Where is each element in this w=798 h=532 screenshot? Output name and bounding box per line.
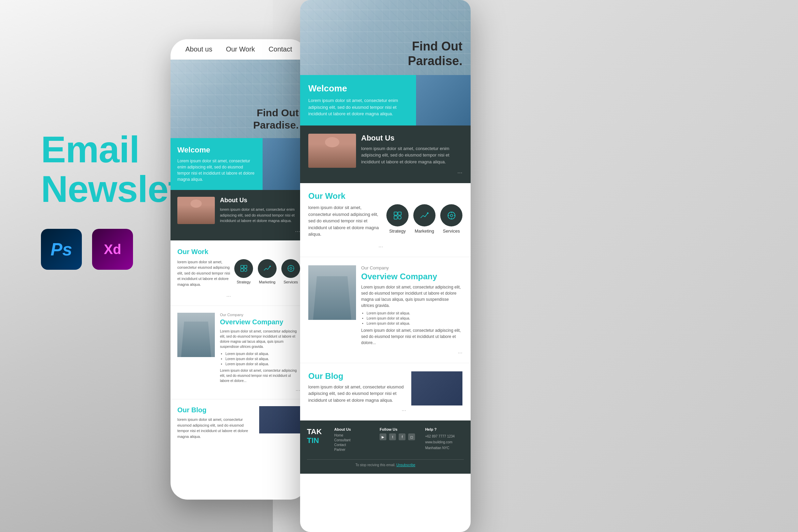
work-icons: Strategy Marketing bbox=[234, 259, 300, 284]
footer-col-social: Follow Us ▶ t f ◻ bbox=[380, 427, 418, 453]
about-title: About Us bbox=[220, 197, 300, 204]
svg-rect-12 bbox=[398, 212, 401, 215]
nav-ourwork[interactable]: Our Work bbox=[226, 45, 255, 53]
svg-point-6 bbox=[290, 267, 292, 269]
company-list-item: Lorem ipsum dolor sit aliqua. bbox=[225, 352, 300, 356]
svg-point-4 bbox=[269, 266, 271, 267]
hero-section-2: Find OutParadise. bbox=[300, 0, 471, 75]
about-text: About Us lorem ipsum dolor sit amet, con… bbox=[220, 197, 300, 234]
photoshop-icon: Ps bbox=[41, 229, 82, 270]
work-icon-marketing: Marketing bbox=[258, 259, 277, 284]
our-work-section-1: Our Work lorem ipsum dolor sit amet, con… bbox=[171, 240, 307, 306]
phone-mockup-1: About us Our Work Contact Find OutParadi… bbox=[171, 39, 307, 500]
svg-point-15 bbox=[427, 212, 429, 214]
our-work-body-2: lorem ipsum dolor sit amet, consectetur … bbox=[308, 204, 383, 238]
company-list-item-2: Lorem ipsum dolor sit aliqua. bbox=[367, 322, 462, 325]
our-work-title-2: Our Work bbox=[308, 191, 462, 201]
about-title-2: About Us bbox=[361, 134, 462, 143]
youtube-icon[interactable]: ▶ bbox=[380, 433, 386, 440]
blog-body: lorem ipsum dolor sit amet, consectetur … bbox=[177, 417, 254, 439]
blog-title: Our Blog bbox=[177, 406, 254, 414]
company-list-item-2: Lorem ipsum dolor sit aliqua. bbox=[367, 311, 462, 315]
blog-text-2: Our Blog lorem ipsum dolor sit amet, con… bbox=[308, 371, 406, 413]
svg-rect-13 bbox=[394, 216, 397, 219]
company-list-item: Lorem ipsum dolor sit aliqua. bbox=[225, 357, 300, 361]
twitter-icon[interactable]: t bbox=[389, 433, 396, 440]
welcome-title: Welcome bbox=[177, 146, 256, 154]
welcome-title-2: Welcome bbox=[308, 83, 408, 94]
work-icons-2: Strategy Marketing bbox=[386, 204, 462, 234]
welcome-body-2: Lorem ipsum dolor sit amet, consectetur … bbox=[308, 97, 408, 117]
welcome-section-1: Welcome Lorem ipsum dolor sit amet, cons… bbox=[171, 138, 307, 190]
work-icon-services: Services bbox=[281, 259, 300, 284]
blog-image-2 bbox=[411, 371, 462, 405]
company-body2-2: Lorem ipsum dolor sit amet, consectetur … bbox=[361, 327, 462, 346]
company-label: Our Company bbox=[220, 313, 300, 317]
about-dots: ... bbox=[220, 226, 300, 234]
about-image-2 bbox=[308, 134, 356, 168]
our-work-title: Our Work bbox=[177, 248, 300, 256]
our-work-body: lorem ipsum dolor sit amet, consectetur … bbox=[177, 259, 231, 287]
facebook-icon[interactable]: f bbox=[399, 433, 405, 440]
blog-text: Our Blog lorem ipsum dolor sit amet, con… bbox=[177, 406, 254, 439]
unsubscribe-link[interactable]: Unsubscribe bbox=[396, 463, 415, 467]
company-label-2: Our Company bbox=[361, 265, 462, 270]
our-work-dots: ... bbox=[177, 292, 231, 298]
svg-rect-11 bbox=[394, 212, 397, 215]
blog-image bbox=[259, 406, 300, 433]
company-image-2 bbox=[308, 265, 356, 320]
svg-rect-2 bbox=[241, 269, 243, 271]
xd-icon: Xd bbox=[92, 229, 133, 270]
company-body-2: Lorem ipsum dolor sit amet, consectetur … bbox=[361, 284, 462, 309]
nav-contact[interactable]: Contact bbox=[269, 45, 292, 53]
company-title: Overview Company bbox=[220, 318, 300, 326]
company-text-2: Our Company Overview Company Lorem ipsum… bbox=[361, 265, 462, 355]
footer-col-help: Help ? +62 897 7777 1234www.building.com… bbox=[425, 427, 464, 453]
footer-col-about: About Us Home Consultant Contact Partner bbox=[334, 427, 373, 453]
blog-title-2: Our Blog bbox=[308, 371, 406, 381]
phone-mockup-2: Find OutParadise. Welcome Lorem ipsum do… bbox=[300, 0, 471, 532]
company-image bbox=[177, 313, 215, 357]
company-list-item-2: Lorem ipsum dolor sit aliqua. bbox=[367, 316, 462, 320]
company-dots: ... bbox=[220, 386, 300, 392]
company-section-2: Our Company Overview Company Lorem ipsum… bbox=[300, 257, 471, 363]
welcome-text: Welcome Lorem ipsum dolor sit amet, cons… bbox=[171, 138, 263, 190]
footer-2: TAKTIN About Us Home Consultant Contact … bbox=[300, 420, 471, 474]
blog-section-2: Our Blog lorem ipsum dolor sit amet, con… bbox=[300, 363, 471, 421]
our-work-dots-2: ... bbox=[308, 242, 383, 249]
company-body2: Lorem ipsum dolor sit amet, consectetur … bbox=[220, 368, 300, 383]
nav-about[interactable]: About us bbox=[185, 45, 212, 53]
company-section-1: Our Company Overview Company Lorem ipsum… bbox=[171, 306, 307, 399]
about-section-2: About Us lorem ipsum dolor sit amet, con… bbox=[300, 125, 471, 183]
company-title-2: Overview Company bbox=[361, 272, 462, 281]
hero-title-2: Find OutParadise. bbox=[408, 39, 462, 68]
welcome-image-2 bbox=[416, 75, 471, 125]
company-body: Lorem ipsum dolor sit amet, consectetur … bbox=[220, 329, 300, 349]
work-icon-marketing-2: Marketing bbox=[413, 204, 435, 234]
svg-point-14 bbox=[398, 216, 401, 219]
welcome-section-2: Welcome Lorem ipsum dolor sit amet, cons… bbox=[300, 75, 471, 125]
footer-unsubscribe: To stop reciving this email. Unsubscribe bbox=[307, 459, 464, 467]
hero-section-1: Find OutParadise. bbox=[171, 60, 307, 138]
hero-title-1: Find OutParadise. bbox=[253, 107, 299, 131]
email-nav-1: About us Our Work Contact bbox=[171, 39, 307, 60]
company-text: Our Company Overview Company Lorem ipsum… bbox=[220, 313, 300, 392]
work-icon-strategy-2: Strategy bbox=[386, 204, 409, 234]
blog-body-2: lorem ipsum dolor sit amet, consectetur … bbox=[308, 384, 406, 404]
company-dots-2: ... bbox=[361, 349, 462, 355]
company-list-item: Lorem ipsum dolor sit aliqua. bbox=[225, 362, 300, 366]
about-dots-2: ... bbox=[361, 168, 462, 175]
footer-logo-2: TAKTIN bbox=[307, 427, 327, 453]
work-icon-strategy: Strategy bbox=[234, 259, 253, 284]
about-section-1: About Us lorem ipsum dolor sit amet, con… bbox=[171, 190, 307, 240]
about-body: lorem ipsum dolor sit amet, consectetur … bbox=[220, 207, 300, 224]
work-icon-services-2: Services bbox=[440, 204, 462, 234]
svg-rect-1 bbox=[244, 265, 247, 268]
welcome-body: Lorem ipsum dolor sit amet, consectetur … bbox=[177, 158, 256, 182]
blog-dots-2: ... bbox=[308, 406, 406, 412]
about-text-2: About Us lorem ipsum dolor sit amet, con… bbox=[361, 134, 462, 175]
about-image bbox=[177, 197, 215, 224]
our-work-section-2: Our Work lorem ipsum dolor sit amet, con… bbox=[300, 183, 471, 257]
svg-point-3 bbox=[244, 269, 247, 271]
instagram-icon[interactable]: ◻ bbox=[408, 433, 415, 440]
